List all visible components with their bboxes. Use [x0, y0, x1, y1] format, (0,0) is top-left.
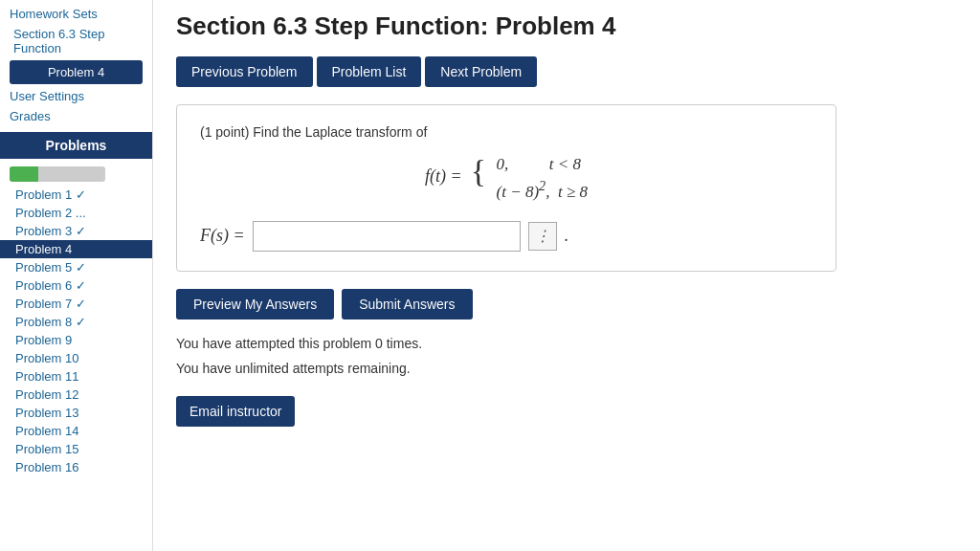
sidebar-problem-item-11[interactable]: Problem 11: [0, 367, 152, 386]
problems-header: Problems: [0, 132, 152, 159]
sidebar: Homework Sets Section 6.3 Step Function …: [0, 0, 153, 551]
sidebar-problem-item-13[interactable]: Problem 13: [0, 404, 152, 422]
main-content: Section 6.3 Step Function: Problem 4 Pre…: [153, 0, 980, 551]
problem-box: (1 point) Find the Laplace transform of …: [176, 104, 836, 272]
answer-input[interactable]: [253, 221, 521, 252]
sidebar-user-settings[interactable]: User Settings: [0, 86, 152, 106]
sidebar-problem-item-10[interactable]: Problem 10: [0, 349, 152, 367]
attempt-line1: You have attempted this problem 0 times.: [176, 333, 957, 354]
progress-bar-fill: [10, 166, 38, 182]
sidebar-problem-item-16[interactable]: Problem 16: [0, 458, 152, 476]
sidebar-problem-item-5[interactable]: Problem 5 ✓: [0, 258, 152, 276]
sidebar-problem-item-4[interactable]: Problem 4: [0, 240, 152, 258]
sidebar-active-problem[interactable]: Problem 4: [10, 60, 143, 84]
previous-problem-button[interactable]: Previous Problem: [176, 56, 313, 87]
sidebar-problem-item-3[interactable]: Problem 3 ✓: [0, 222, 152, 240]
nav-toolbar: Previous Problem Problem List Next Probl…: [176, 56, 957, 87]
sidebar-problem-item-9[interactable]: Problem 9: [0, 331, 152, 349]
problem-list-button[interactable]: Problem List: [317, 56, 422, 87]
attempt-line2: You have unlimited attempts remaining.: [176, 358, 957, 379]
answer-label: F(s) =: [200, 226, 245, 246]
action-buttons: Preview My Answers Submit Answers: [176, 289, 957, 320]
submit-answers-button[interactable]: Submit Answers: [342, 289, 472, 320]
problem-list: Problem 1 ✓Problem 2 ...Problem 3 ✓Probl…: [0, 186, 152, 476]
sidebar-problem-item-8[interactable]: Problem 8 ✓: [0, 313, 152, 331]
sidebar-problem-item-14[interactable]: Problem 14: [0, 422, 152, 440]
sidebar-problem-item-15[interactable]: Problem 15: [0, 440, 152, 458]
sidebar-section-label[interactable]: Section 6.3 Step Function: [0, 24, 152, 58]
sidebar-problem-item-7[interactable]: Problem 7 ✓: [0, 295, 152, 313]
sidebar-grades[interactable]: Grades: [0, 106, 152, 126]
sidebar-problem-item-6[interactable]: Problem 6 ✓: [0, 276, 152, 295]
email-instructor-button[interactable]: Email instructor: [176, 396, 295, 427]
sidebar-problem-item-1[interactable]: Problem 1 ✓: [0, 186, 152, 204]
period: .: [565, 226, 569, 246]
progress-bar: [10, 166, 105, 182]
answer-row: F(s) = ⋮ .: [200, 221, 813, 252]
sidebar-problem-item-2[interactable]: Problem 2 ...: [0, 204, 152, 222]
next-problem-button[interactable]: Next Problem: [425, 56, 537, 87]
problem-statement: (1 point) Find the Laplace transform of: [200, 124, 813, 140]
progress-bar-container: [0, 163, 152, 186]
preview-answers-button[interactable]: Preview My Answers: [176, 289, 334, 320]
page-title: Section 6.3 Step Function: Problem 4: [176, 11, 957, 41]
sidebar-problem-item-12[interactable]: Problem 12: [0, 386, 152, 404]
sidebar-homework-sets[interactable]: Homework Sets: [0, 4, 152, 24]
matrix-icon[interactable]: ⋮: [528, 222, 557, 251]
math-display: f(t) = { 0, t < 8 (t − 8)2, t ≥ 8: [200, 155, 813, 202]
